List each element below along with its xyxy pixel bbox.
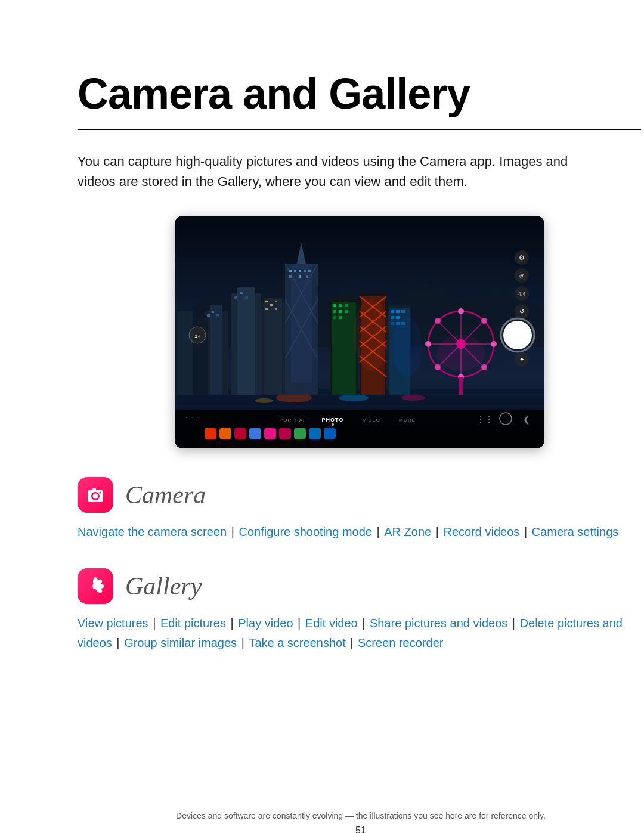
title-divider <box>78 129 641 130</box>
svg-point-91 <box>437 335 485 371</box>
svg-rect-104 <box>294 428 306 439</box>
svg-point-67 <box>435 318 441 324</box>
svg-point-66 <box>491 341 497 347</box>
link-separator: | <box>238 636 247 649</box>
gallery-section: Gallery View pictures | Edit pictures | … <box>78 568 641 653</box>
svg-point-90 <box>392 317 422 377</box>
svg-rect-23 <box>234 296 237 299</box>
svg-rect-25 <box>245 296 248 299</box>
svg-text:↺: ↺ <box>519 308 524 315</box>
svg-rect-56 <box>339 316 342 319</box>
svg-rect-98 <box>205 428 216 439</box>
play-video-link[interactable]: Play video <box>238 617 293 630</box>
svg-rect-51 <box>345 304 348 307</box>
share-pictures-videos-link[interactable]: Share pictures and videos <box>370 617 507 630</box>
page-number: 51 <box>39 825 644 833</box>
svg-rect-44 <box>391 322 394 325</box>
link-separator: | <box>347 636 357 649</box>
camera-settings-link[interactable]: Camera settings <box>532 525 619 538</box>
svg-rect-83 <box>299 270 301 272</box>
page-title: Camera and Gallery <box>78 72 641 117</box>
svg-rect-81 <box>289 270 292 272</box>
svg-text:❮: ❮ <box>523 414 530 425</box>
gallery-links[interactable]: View pictures | Edit pictures | Play vid… <box>78 614 641 653</box>
svg-rect-71 <box>459 377 463 395</box>
camera-screenshot-container: PORTRAIT PHOTO VIDEO MORE <box>78 216 641 448</box>
group-similar-images-link[interactable]: Group similar images <box>124 636 237 649</box>
svg-rect-53 <box>339 310 342 313</box>
link-separator: | <box>295 617 304 630</box>
svg-point-89 <box>354 299 389 371</box>
svg-rect-101 <box>249 428 261 439</box>
svg-rect-52 <box>333 310 336 313</box>
svg-text:◎: ◎ <box>519 272 524 279</box>
svg-rect-50 <box>339 304 342 307</box>
svg-rect-22 <box>216 314 219 316</box>
svg-rect-42 <box>391 316 394 319</box>
link-separator: | <box>228 525 237 538</box>
svg-point-69 <box>435 364 441 370</box>
svg-rect-79 <box>265 308 268 310</box>
edit-video-link[interactable]: Edit video <box>305 617 358 630</box>
svg-point-108 <box>503 321 532 349</box>
record-videos-link[interactable]: Record videos <box>444 525 520 538</box>
svg-point-70 <box>481 364 487 370</box>
link-separator: | <box>113 636 123 649</box>
svg-rect-19 <box>237 287 255 395</box>
take-screenshot-link[interactable]: Take a screenshot <box>249 636 345 649</box>
svg-rect-85 <box>308 270 311 272</box>
svg-rect-106 <box>324 428 336 439</box>
link-separator: | <box>509 617 518 630</box>
gallery-section-header: Gallery <box>78 568 641 604</box>
svg-point-65 <box>425 341 431 347</box>
svg-rect-86 <box>289 275 292 278</box>
gallery-section-title: Gallery <box>125 572 202 600</box>
svg-text:1×: 1× <box>194 334 200 339</box>
svg-rect-87 <box>299 275 301 278</box>
svg-point-8 <box>255 398 273 403</box>
camera-links[interactable]: Navigate the camera screen | Configure s… <box>78 522 641 542</box>
svg-rect-82 <box>294 270 296 272</box>
svg-rect-21 <box>212 311 214 313</box>
svg-rect-10 <box>291 264 312 383</box>
link-separator: | <box>521 525 530 538</box>
camera-app-icon <box>78 477 113 513</box>
camera-icon <box>85 485 106 505</box>
navigate-camera-screen-link[interactable]: Navigate the camera screen <box>78 525 227 538</box>
ar-zone-link[interactable]: AR Zone <box>384 525 431 538</box>
svg-point-127 <box>93 493 98 498</box>
link-separator: | <box>432 525 442 538</box>
svg-rect-76 <box>265 301 268 302</box>
svg-text:⚙: ⚙ <box>519 254 525 261</box>
svg-rect-24 <box>240 292 243 294</box>
svg-rect-100 <box>234 428 246 439</box>
svg-rect-20 <box>207 314 210 317</box>
svg-rect-75 <box>264 298 282 395</box>
intro-paragraph: You can capture high-quality pictures an… <box>78 151 584 192</box>
svg-rect-78 <box>275 301 277 302</box>
footer-note: Devices and software are constantly evol… <box>39 811 644 820</box>
svg-rect-99 <box>219 428 231 439</box>
svg-rect-77 <box>270 304 273 306</box>
configure-shooting-mode-link[interactable]: Configure shooting mode <box>239 525 371 538</box>
svg-point-135 <box>92 583 98 589</box>
link-separator: | <box>359 617 369 630</box>
svg-point-97 <box>332 423 334 426</box>
camera-section-title: Camera <box>125 481 206 509</box>
svg-point-6 <box>339 394 369 401</box>
svg-point-63 <box>458 308 464 314</box>
svg-text:⋮⋮: ⋮⋮ <box>476 414 493 424</box>
screen-recorder-link[interactable]: Screen recorder <box>358 636 443 649</box>
link-separator: | <box>373 525 383 538</box>
svg-rect-49 <box>333 304 336 307</box>
view-pictures-link[interactable]: View pictures <box>78 617 148 630</box>
edit-pictures-link[interactable]: Edit pictures <box>160 617 226 630</box>
svg-text:✦: ✦ <box>519 356 524 363</box>
cityscape-illustration: PORTRAIT PHOTO VIDEO MORE <box>175 216 544 448</box>
svg-rect-84 <box>304 270 306 272</box>
gallery-app-icon <box>78 568 113 604</box>
svg-text:4:4: 4:4 <box>518 291 525 297</box>
svg-rect-128 <box>92 488 96 491</box>
svg-rect-40 <box>396 310 400 313</box>
svg-point-68 <box>481 318 487 324</box>
